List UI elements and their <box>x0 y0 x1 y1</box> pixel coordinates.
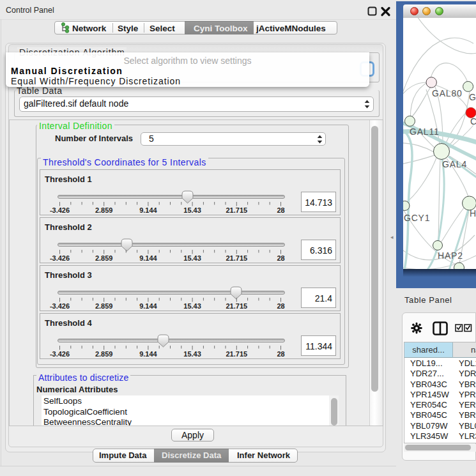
svg-text:GCY1: GCY1 <box>404 213 430 223</box>
svg-text:GAL4: GAL4 <box>442 159 467 169</box>
svg-text:HAP2: HAP2 <box>438 250 463 261</box>
svg-text:C: C <box>470 116 476 127</box>
svg-text:GA: GA <box>469 92 476 102</box>
svg-text:H: H <box>470 208 476 219</box>
svg-text:GAL80: GAL80 <box>432 88 463 98</box>
svg-text:GAL11: GAL11 <box>410 127 440 137</box>
